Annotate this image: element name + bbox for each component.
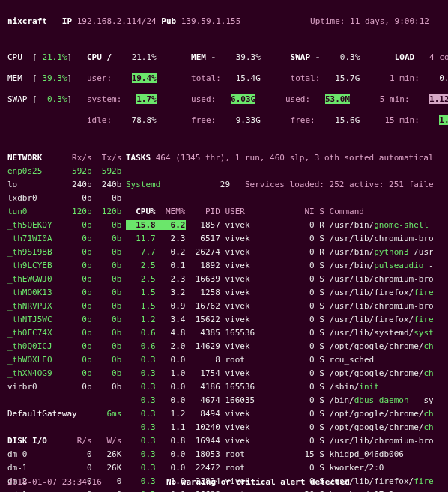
body-row: lo 240b 240bSystemd 29 Services loaded: … (7, 180, 441, 193)
hostname: nixcraft (7, 16, 47, 26)
footer: 2018-01-07 23:34:16 No warning or critic… (7, 477, 441, 488)
body-row: _th9SI9BB 0b 0b 7.7 0.2 26274 vivek 0 R … (7, 247, 441, 261)
gauge-row-2: MEM [ 39.3%] user: 19.4% total: 15.4G to… (7, 73, 441, 84)
body-row: dm-1 0 26K 0.3 0.0 22472 root 0 S kworke… (7, 463, 441, 476)
gauge-row-4: idle: 78.8% free: 9.33G free: 15.6G 15 m… (7, 115, 441, 126)
body-row: tun0 120b 120b CPU% MEM% PID USER NI S C… (7, 207, 441, 220)
body-row: enp0s25 592b 592b (7, 166, 441, 180)
body-row: dm-0 0 26K 0.3 0.0 18053 root -15 S khid… (7, 449, 441, 463)
body-row: NETWORK Rx/s Tx/sTASKS 464 (1345 thr), 1… (7, 153, 441, 166)
body-row: DISK I/O R/s W/s 0.3 0.8 16944 vivek 0 S… (7, 436, 441, 449)
header-line: nixcraft - IP 192.168.2.114/24 Pub 139.5… (7, 16, 441, 27)
body-row: _th0Q0ICJ 0b 0b 0.6 2.0 14629 vivek 0 S … (7, 341, 441, 355)
body-row: 0.3 1.1 10240 vivek 0 S /opt/google/chro… (7, 422, 441, 436)
body-row: _thMO0K13 0b 0b 1.5 3.2 1258 vivek 0 S /… (7, 288, 441, 301)
body-row: DefaultGateway 6ms 0.3 1.2 8494 vivek 0 … (7, 409, 441, 422)
gauge-row-3: SWAP [ 0.3%] system: 1.7% used: 6.03G us… (7, 94, 441, 105)
body-row: _th0FC74X 0b 0b 0.6 4.8 4385 165536 0 S … (7, 328, 441, 341)
body-row: _thNTJ5WC 0b 0b 1.2 3.4 15622 vivek 0 S … (7, 315, 441, 328)
terminal-screen[interactable]: nixcraft - IP 192.168.2.114/24 Pub 139.5… (0, 0, 448, 492)
body-row: lxdbr0 0b 0b (7, 193, 441, 207)
body-row: _thXN4OG9 0b 0b 0.3 1.0 1754 vivek 0 S /… (7, 368, 441, 382)
body-row: virbr0 0b 0b 0.3 0.0 4186 165536 0 S /sb… (7, 382, 441, 395)
body-row: 0.3 0.0 4674 166035 0 S /bin/dbus-daemon… (7, 395, 441, 409)
body-row: _th5QEKQY 0b 0b 15.8 6.2 1857 vivek 0 R … (7, 220, 441, 234)
gauge-row-1: CPU [ 21.1%] CPU / 21.1% MEM - 39.3% SWA… (7, 52, 441, 63)
body-row: _th71WI0A 0b 0b 11.7 2.3 6517 vivek 0 S … (7, 234, 441, 247)
body-row: _th9LCYEB 0b 0b 2.5 0.1 1892 vivek 0 S /… (7, 261, 441, 274)
body-row: _thNRVPJX 0b 0b 1.5 0.9 16762 vivek 0 S … (7, 301, 441, 315)
body-row: _thEWGWJ0 0b 0b 2.5 2.3 16639 vivek 0 S … (7, 274, 441, 288)
body-row: _thWOXLEO 0b 0b 0.3 0.0 8 root 0 S rcu_s… (7, 355, 441, 368)
